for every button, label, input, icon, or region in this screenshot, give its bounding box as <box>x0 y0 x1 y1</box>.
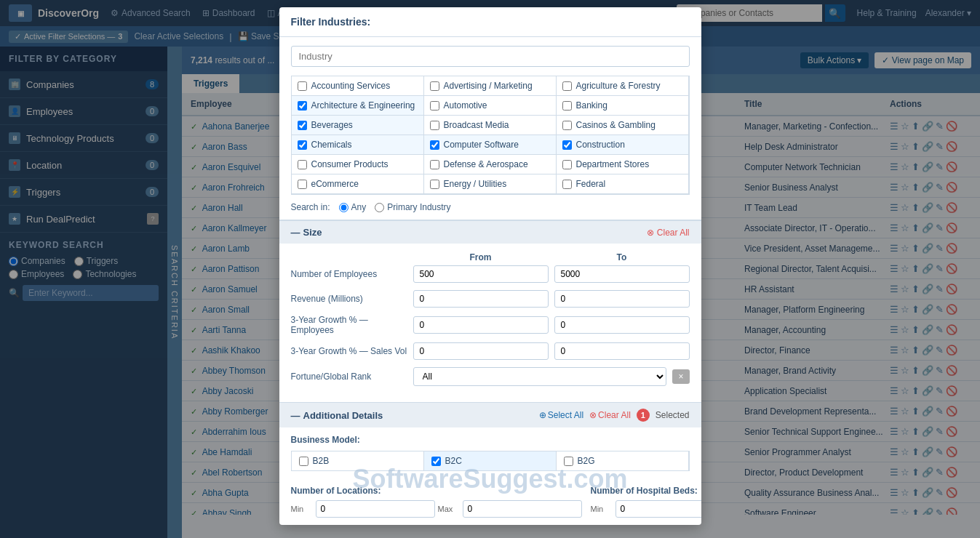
hospital-min-input[interactable] <box>616 500 701 518</box>
size-to-input[interactable] <box>554 290 690 308</box>
industry-checkbox[interactable] <box>430 81 439 91</box>
industry-item[interactable]: Beverages <box>292 116 424 135</box>
size-section-header[interactable]: — Size ⊗ Clear All <box>279 220 701 244</box>
industry-checkbox[interactable] <box>562 140 572 150</box>
locations-title: Number of Locations: <box>291 486 582 496</box>
industry-label: Consumer Products <box>311 159 389 169</box>
locations-min-input[interactable] <box>316 500 435 518</box>
industry-checkbox[interactable] <box>298 140 307 150</box>
industry-checkbox[interactable] <box>562 160 572 169</box>
biz-checkbox[interactable] <box>564 457 573 466</box>
industry-item[interactable]: Agriculture & Forestry <box>557 76 689 96</box>
industry-item[interactable]: Defense & Aerospace <box>424 155 557 174</box>
size-row: 3-Year Growth % — Sales Vol <box>291 342 690 360</box>
industry-item[interactable]: Computer Software <box>424 135 557 155</box>
size-row-label: Revenue (Millions) <box>291 294 407 304</box>
industry-search-input[interactable] <box>291 46 690 67</box>
search-in-label: Search in: <box>291 202 330 212</box>
industry-checkbox[interactable] <box>298 81 307 91</box>
locations-max-label: Max <box>438 505 460 513</box>
size-from-input[interactable] <box>413 342 549 360</box>
size-content: From To Number of Employees Revenue (Mil… <box>279 244 701 402</box>
biz-checkbox[interactable] <box>299 457 308 466</box>
hospital-beds-group: Number of Hospital Beds: Min Max <box>591 486 701 518</box>
industry-item[interactable]: Federal <box>557 174 689 194</box>
industry-checkbox[interactable] <box>298 121 307 130</box>
locations-max-input[interactable] <box>463 500 582 518</box>
industry-item[interactable]: Energy / Utilities <box>424 174 557 194</box>
business-model-grid: B2B B2C B2G <box>291 451 690 471</box>
business-model-label: Business Model: <box>291 435 690 445</box>
industry-checkbox[interactable] <box>430 101 439 111</box>
industry-item[interactable]: Automotive <box>424 96 557 116</box>
search-in-any[interactable]: Any <box>339 202 367 212</box>
industry-label: Department Stores <box>576 159 650 169</box>
size-to-input[interactable] <box>554 342 690 360</box>
additional-select-all[interactable]: ⊕ Select All <box>539 410 583 420</box>
industry-item[interactable]: Department Stores <box>557 155 689 174</box>
industry-item[interactable]: Casinos & Gambling <box>557 116 689 135</box>
size-row: Revenue (Millions) <box>291 290 690 308</box>
biz-label: B2G <box>578 456 595 466</box>
industry-item[interactable]: Chemicals <box>292 135 424 155</box>
industry-checkbox[interactable] <box>562 101 572 111</box>
size-to-input[interactable] <box>554 265 690 283</box>
industry-label: eCommerce <box>311 179 359 189</box>
filter-industries-modal: Filter Industries: Accounting Services A… <box>279 7 701 525</box>
size-from-input[interactable] <box>413 316 549 334</box>
industry-checkbox[interactable] <box>430 140 439 150</box>
industry-checkbox[interactable] <box>298 160 307 169</box>
size-row-label: 3-Year Growth % — Sales Vol <box>291 346 407 356</box>
industry-item[interactable]: Accounting Services <box>292 76 424 96</box>
business-model-section: Business Model: B2B B2C B2G <box>279 427 701 478</box>
biz-label: B2C <box>445 456 462 466</box>
industry-label: Automotive <box>444 100 487 111</box>
industry-checkbox[interactable] <box>562 81 572 91</box>
industry-checkbox[interactable] <box>562 121 572 130</box>
industry-label: Casinos & Gambling <box>576 120 656 130</box>
size-to-input[interactable] <box>554 316 690 334</box>
search-in-primary[interactable]: Primary Industry <box>375 202 450 212</box>
biz-checkbox[interactable] <box>431 457 441 466</box>
industry-checkbox[interactable] <box>430 180 439 189</box>
size-clear-all[interactable]: ⊗ Clear All <box>647 228 690 238</box>
fortune-clear-button[interactable]: × <box>672 369 689 384</box>
industry-label: Beverages <box>311 120 353 130</box>
industry-item[interactable]: Construction <box>557 135 689 155</box>
industry-checkbox[interactable] <box>430 160 439 169</box>
fortune-select[interactable]: All <box>413 367 667 386</box>
biz-model-item[interactable]: B2C <box>424 451 557 470</box>
modal-search <box>279 37 701 76</box>
selected-count-badge: 1 <box>637 409 650 422</box>
industry-checkbox[interactable] <box>562 180 572 189</box>
industry-item[interactable]: Architecture & Engineering <box>292 96 424 116</box>
additional-title: — Additional Details <box>291 410 383 421</box>
fortune-label: Fortune/Global Rank <box>291 372 407 382</box>
industry-item[interactable]: Consumer Products <box>292 155 424 174</box>
search-in-section: Search in: Any Primary Industry <box>279 195 701 220</box>
industry-label: Computer Software <box>444 140 519 150</box>
from-label: From <box>413 252 549 262</box>
biz-label: B2B <box>313 456 330 466</box>
industry-item[interactable]: Banking <box>557 96 689 116</box>
size-row-label: Number of Employees <box>291 269 407 279</box>
industry-label: Chemicals <box>311 140 352 150</box>
industry-label: Broadcast Media <box>444 120 509 130</box>
industry-checkbox[interactable] <box>298 180 307 189</box>
industry-grid: Accounting Services Advertising / Market… <box>291 76 690 195</box>
biz-model-item[interactable]: B2B <box>292 451 424 470</box>
additional-section-header: — Additional Details ⊕ Select All ⊗ Clea… <box>279 402 701 427</box>
industry-label: Banking <box>576 100 607 111</box>
biz-model-item[interactable]: B2G <box>557 451 689 470</box>
hospital-beds-title: Number of Hospital Beds: <box>591 486 701 496</box>
industry-checkbox[interactable] <box>430 121 439 130</box>
industry-item[interactable]: Broadcast Media <box>424 116 557 135</box>
industry-item[interactable]: Advertising / Marketing <box>424 76 557 96</box>
additional-clear-all[interactable]: ⊗ Clear All <box>589 410 631 420</box>
industry-label: Defense & Aerospace <box>444 159 528 169</box>
size-from-input[interactable] <box>413 265 549 283</box>
industry-checkbox[interactable] <box>298 101 307 111</box>
industry-label: Architecture & Engineering <box>311 100 415 111</box>
industry-item[interactable]: eCommerce <box>292 174 424 194</box>
size-from-input[interactable] <box>413 290 549 308</box>
